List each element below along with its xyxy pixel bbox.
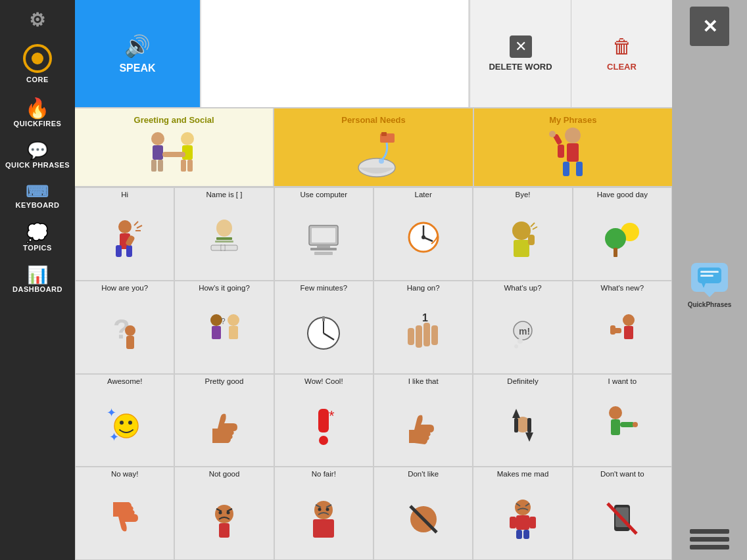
cell-image <box>276 294 372 371</box>
trash-icon: 🗑 <box>612 35 632 58</box>
svg-rect-54 <box>212 326 221 339</box>
cell-image <box>77 480 172 557</box>
grid-cell-don-t-like[interactable]: Don't like <box>374 467 473 560</box>
svg-text:*: * <box>329 408 335 424</box>
cell-image <box>276 201 372 277</box>
sidebar-item-keyboard[interactable]: ⌨ KEYBOARD <box>0 176 75 216</box>
hamburger-menu-button[interactable] <box>690 525 729 553</box>
text-display-area <box>200 0 470 107</box>
tab-personal-needs[interactable]: Personal Needs <box>274 108 473 186</box>
svg-point-48 <box>605 228 626 249</box>
sidebar-item-quickfires[interactable]: 🔥 QUICKFIRES <box>0 90 75 134</box>
svg-point-71 <box>623 314 635 326</box>
grid-cell-few-minutes-[interactable]: Few minutes? <box>274 281 374 374</box>
sidebar-item-dashboard[interactable]: 📊 DASHBOARD <box>0 258 75 300</box>
svg-text:?: ? <box>221 317 226 326</box>
grid-cell-what-s-new-[interactable]: What's new? <box>573 281 672 374</box>
svg-point-20 <box>118 220 132 233</box>
cell-image: m! <box>475 294 570 371</box>
sidebar-settings[interactable]: ⚙ <box>0 0 75 37</box>
close-button[interactable]: ✕ <box>690 7 729 46</box>
svg-marker-84 <box>512 409 520 418</box>
sidebar-item-quick-phrases[interactable]: 💬 QUICK PHRASES <box>0 134 75 176</box>
grid-cell-no-fair-[interactable]: No fair! <box>274 467 374 560</box>
svg-line-45 <box>531 223 535 227</box>
keyboard-icon: ⌨ <box>26 183 49 201</box>
grid-cell-hi[interactable]: Hi <box>75 187 174 281</box>
grid-cell-makes-me-mad[interactable]: Makes me mad <box>473 467 572 560</box>
grid-cell-i-want-to[interactable]: I want to <box>573 374 672 467</box>
sidebar-item-core[interactable]: CORE <box>0 37 75 90</box>
svg-text:1: 1 <box>422 312 428 323</box>
main-area: 🔊 SPEAK ✕ DELETE WORD 🗑 CLEAR Greeting a… <box>75 0 672 560</box>
svg-rect-110 <box>510 517 516 528</box>
grid-cell-name-is-[interactable]: Name is [ ] [ ] <box>174 187 274 281</box>
svg-point-98 <box>314 501 333 519</box>
svg-rect-1 <box>153 145 163 160</box>
grid-cell-how-s-it-going-[interactable]: How's it going? ? <box>174 281 274 374</box>
cell-label: Makes me mad <box>497 470 549 479</box>
svg-rect-6 <box>181 160 186 172</box>
grid-cell-definitely[interactable]: Definitely <box>473 374 572 467</box>
svg-point-91 <box>633 422 638 427</box>
cell-image <box>176 480 272 557</box>
clear-button[interactable]: 🗑 CLEAR <box>571 0 672 107</box>
grid-cell-don-t-want-to[interactable]: Don't want to <box>573 467 672 560</box>
grid-cell-have-good-day[interactable]: Have good day <box>573 187 672 281</box>
cell-image <box>575 387 670 463</box>
cell-image: 1 <box>375 294 471 371</box>
svg-rect-17 <box>558 145 564 158</box>
sidebar: ⚙ CORE 🔥 QUICKFIRES 💬 QUICK PHRASES ⌨ KE… <box>0 0 75 560</box>
delete-word-button[interactable]: ✕ DELETE WORD <box>470 0 571 107</box>
cell-label: No way! <box>111 470 139 479</box>
svg-rect-16 <box>576 162 583 176</box>
cell-label: Few minutes? <box>301 284 348 293</box>
grid-cell-how-are-you-[interactable]: How are you? ? <box>75 281 174 374</box>
grid-cell-pretty-good[interactable]: Pretty good <box>174 374 274 467</box>
sidebar-item-topics[interactable]: 💭 TOPICS <box>0 216 75 258</box>
vocab-grid: Hi Name is [ ] [ ] Use computer Later By… <box>75 187 672 560</box>
cell-label: Wow! Cool! <box>304 377 343 386</box>
svg-rect-109 <box>516 515 529 530</box>
cell-label: How are you? <box>101 284 148 293</box>
svg-rect-97 <box>219 523 229 538</box>
svg-point-92 <box>215 505 233 523</box>
cell-image <box>276 480 372 557</box>
svg-text:[ ]: [ ] <box>220 244 226 251</box>
svg-point-102 <box>326 508 329 511</box>
grid-cell-later[interactable]: Later <box>374 187 473 281</box>
grid-cell-bye-[interactable]: Bye! <box>473 187 572 281</box>
grid-cell-use-computer[interactable]: Use computer <box>274 187 374 281</box>
svg-rect-74 <box>610 325 615 335</box>
svg-rect-36 <box>310 248 337 250</box>
svg-line-46 <box>533 227 537 229</box>
cell-label: Have good day <box>597 191 648 200</box>
grid-cell-i-like-that[interactable]: I like that <box>374 374 473 467</box>
svg-point-81 <box>319 436 328 445</box>
quickphrases-widget[interactable]: QuickPhrases <box>688 263 732 308</box>
svg-rect-111 <box>529 517 536 528</box>
speak-button[interactable]: 🔊 SPEAK <box>75 0 200 107</box>
cell-image <box>375 480 471 557</box>
svg-rect-62 <box>416 325 422 348</box>
tab-greeting-social[interactable]: Greeting and Social <box>75 108 274 186</box>
svg-rect-119 <box>700 275 713 277</box>
delete-icon: ✕ <box>510 35 532 58</box>
cell-image: [ ] <box>176 201 272 277</box>
svg-rect-65 <box>408 328 414 345</box>
grid-cell-no-way-[interactable]: No way! <box>75 467 174 560</box>
quickphrases-label: QuickPhrases <box>688 301 732 308</box>
hamburger-line-2 <box>690 537 729 542</box>
tab-my-phrases[interactable]: My Phrases <box>474 108 672 186</box>
svg-point-88 <box>609 406 622 419</box>
grid-cell-awesome-[interactable]: Awesome! ✦✦ <box>75 374 174 467</box>
svg-rect-44 <box>528 235 535 245</box>
grid-cell-not-good[interactable]: Not good <box>174 467 274 560</box>
grid-cell-hang-on-[interactable]: Hang on? 1 <box>374 281 473 374</box>
grid-cell-wow-cool-[interactable]: Wow! Cool! * <box>274 374 374 467</box>
grid-cell-what-s-up-[interactable]: What's up? m! <box>473 281 572 374</box>
svg-rect-103 <box>313 519 334 538</box>
speaker-icon: 🔊 <box>124 34 151 58</box>
cell-label: What's new? <box>601 284 644 293</box>
cell-image <box>77 201 172 277</box>
